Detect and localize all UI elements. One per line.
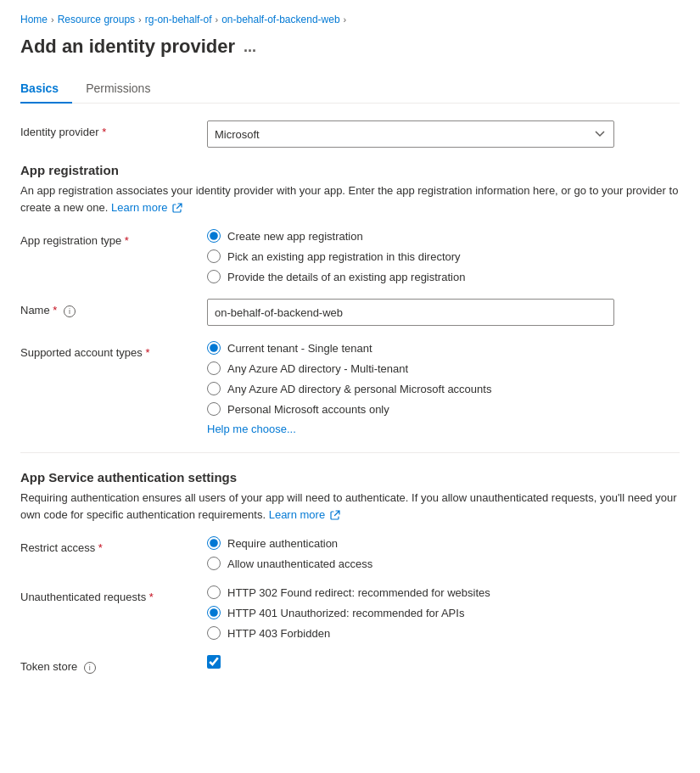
radio-provide-details-label: Provide the details of an existing app r…: [227, 271, 465, 283]
app-registration-type-control: Create new app registration Pick an exis…: [207, 229, 680, 283]
breadcrumb: Home › Resource groups › rg-on-behalf-of…: [20, 14, 680, 25]
radio-http401-label: HTTP 401 Unauthorized: recommended for A…: [227, 607, 464, 619]
unauth-requests-control: HTTP 302 Found redirect: recommended for…: [207, 585, 680, 640]
radio-http403[interactable]: HTTP 403 Forbidden: [207, 626, 680, 640]
radio-http403-label: HTTP 403 Forbidden: [227, 627, 330, 640]
app-service-auth-section: App Service authentication settings Requ…: [20, 470, 680, 674]
radio-provide-details[interactable]: Provide the details of an existing app r…: [207, 270, 680, 283]
radio-personal-only[interactable]: Personal Microsoft accounts only: [207, 402, 680, 416]
breadcrumb-chevron-1: ›: [51, 14, 54, 25]
identity-provider-field: Identity provider * Microsoft Apple Face…: [20, 120, 680, 148]
radio-allow-unauth-label: Allow unauthenticated access: [227, 557, 372, 570]
restrict-access-row: Restrict access * Require authentication…: [20, 536, 680, 570]
account-types-group: Current tenant - Single tenant Any Azure…: [207, 341, 680, 416]
radio-multi-tenant-personal-label: Any Azure AD directory & personal Micros…: [227, 383, 491, 395]
auth-external-link-icon: [330, 510, 340, 520]
radio-allow-unauth[interactable]: Allow unauthenticated access: [207, 557, 680, 570]
radio-http401[interactable]: HTTP 401 Unauthorized: recommended for A…: [207, 606, 680, 619]
radio-single-tenant[interactable]: Current tenant - Single tenant: [207, 341, 680, 355]
radio-pick-existing-label: Pick an existing app registration in thi…: [227, 250, 461, 263]
token-store-checkbox-item: [207, 655, 680, 669]
radio-personal-only-input[interactable]: [207, 402, 221, 416]
account-types-control: Current tenant - Single tenant Any Azure…: [207, 341, 680, 435]
radio-pick-existing-input[interactable]: [207, 249, 221, 263]
token-store-checkbox[interactable]: [207, 655, 221, 669]
radio-require-auth-input[interactable]: [207, 536, 221, 550]
radio-require-auth[interactable]: Require authentication: [207, 536, 680, 550]
restrict-access-label: Restrict access *: [20, 536, 207, 554]
tab-permissions[interactable]: Permissions: [86, 75, 164, 104]
radio-allow-unauth-input[interactable]: [207, 557, 221, 570]
app-registration-section: App registration An app registration ass…: [20, 163, 680, 435]
tab-bar: Basics Permissions: [20, 75, 680, 104]
app-registration-heading: App registration: [20, 163, 680, 177]
identity-provider-control: Microsoft Apple Facebook GitHub Google T…: [207, 120, 680, 148]
radio-http403-input[interactable]: [207, 626, 221, 640]
app-registration-type-label: App registration type *: [20, 229, 207, 247]
token-store-control: [207, 655, 680, 669]
app-registration-desc: An app registration associates your iden…: [20, 182, 680, 216]
radio-single-tenant-label: Current tenant - Single tenant: [227, 342, 372, 355]
radio-provide-details-input[interactable]: [207, 270, 221, 283]
identity-provider-label: Identity provider *: [20, 120, 207, 138]
app-registration-type-row: App registration type * Create new app r…: [20, 229, 680, 283]
radio-personal-only-label: Personal Microsoft accounts only: [227, 403, 389, 416]
section-divider: [20, 452, 680, 453]
radio-pick-existing[interactable]: Pick an existing app registration in thi…: [207, 249, 680, 263]
breadcrumb-chevron-4: ›: [344, 14, 347, 25]
ellipsis-menu[interactable]: ...: [244, 38, 256, 56]
radio-http302[interactable]: HTTP 302 Found redirect: recommended for…: [207, 585, 680, 599]
radio-create-new[interactable]: Create new app registration: [207, 229, 680, 243]
radio-multi-tenant-personal-input[interactable]: [207, 382, 221, 395]
radio-require-auth-label: Require authentication: [227, 537, 338, 550]
app-registration-type-group: Create new app registration Pick an exis…: [207, 229, 680, 283]
tab-basics[interactable]: Basics: [20, 75, 72, 104]
name-control: [207, 299, 680, 326]
page-title: Add an identity provider: [20, 36, 235, 58]
unauth-requests-row: Unauthenticated requests * HTTP 302 Foun…: [20, 585, 680, 640]
unauth-requests-label: Unauthenticated requests *: [20, 585, 207, 603]
radio-http401-input[interactable]: [207, 606, 221, 619]
radio-http302-input[interactable]: [207, 585, 221, 599]
radio-multi-tenant[interactable]: Any Azure AD directory - Multi-tenant: [207, 361, 680, 375]
restrict-access-control: Require authentication Allow unauthentic…: [207, 536, 680, 570]
radio-create-new-label: Create new app registration: [227, 230, 363, 243]
breadcrumb-resource-groups[interactable]: Resource groups: [58, 14, 135, 25]
unauth-requests-group: HTTP 302 Found redirect: recommended for…: [207, 585, 680, 640]
radio-multi-tenant-personal[interactable]: Any Azure AD directory & personal Micros…: [207, 382, 680, 395]
token-store-info-icon[interactable]: i: [84, 662, 96, 674]
radio-multi-tenant-input[interactable]: [207, 361, 221, 375]
account-types-row: Supported account types * Current tenant…: [20, 341, 680, 435]
app-service-auth-heading: App Service authentication settings: [20, 470, 680, 485]
breadcrumb-chevron-3: ›: [215, 14, 218, 25]
name-label: Name * i: [20, 299, 207, 317]
app-registration-learn-more[interactable]: Learn more: [111, 201, 182, 214]
identity-provider-select[interactable]: Microsoft Apple Facebook GitHub Google T…: [207, 120, 614, 148]
token-store-label: Token store i: [20, 655, 207, 674]
breadcrumb-chevron-2: ›: [138, 14, 142, 25]
token-store-row: Token store i: [20, 655, 680, 674]
name-info-icon[interactable]: i: [64, 305, 76, 317]
radio-multi-tenant-label: Any Azure AD directory - Multi-tenant: [227, 362, 408, 375]
app-service-learn-more[interactable]: Learn more: [269, 508, 340, 521]
account-types-label: Supported account types *: [20, 341, 207, 359]
breadcrumb-home[interactable]: Home: [20, 14, 48, 25]
radio-single-tenant-input[interactable]: [207, 341, 221, 355]
breadcrumb-rg[interactable]: rg-on-behalf-of: [145, 14, 212, 25]
external-link-icon: [172, 203, 182, 213]
restrict-access-group: Require authentication Allow unauthentic…: [207, 536, 680, 570]
name-input[interactable]: [207, 299, 614, 326]
help-me-choose-link[interactable]: Help me choose...: [207, 423, 296, 435]
app-service-auth-desc: Requiring authentication ensures all use…: [20, 490, 680, 523]
radio-http302-label: HTTP 302 Found redirect: recommended for…: [227, 586, 490, 599]
radio-create-new-input[interactable]: [207, 229, 221, 243]
name-field-row: Name * i: [20, 299, 680, 326]
breadcrumb-app[interactable]: on-behalf-of-backend-web: [221, 14, 339, 25]
identity-provider-required: *: [102, 126, 106, 138]
